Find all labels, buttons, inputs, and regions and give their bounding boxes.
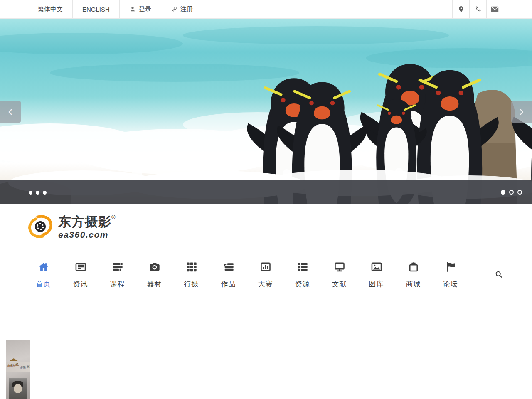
registered-mark: ® xyxy=(111,214,116,220)
key-icon xyxy=(171,6,177,12)
location-icon xyxy=(458,6,464,13)
image-icon xyxy=(371,261,382,274)
header: 东方摄影 ® ea360.com xyxy=(0,204,532,251)
home-icon xyxy=(37,261,50,274)
nav-item-news[interactable]: 资讯 xyxy=(62,261,99,289)
carousel-slide-image xyxy=(0,19,532,204)
shopping-bag-icon xyxy=(408,261,419,274)
bar-chart-icon xyxy=(260,261,271,274)
grid-icon xyxy=(186,261,197,274)
nav-item-gallery[interactable]: 图库 xyxy=(358,261,395,289)
site-logo[interactable]: 东方摄影 ® ea360.com xyxy=(27,214,116,240)
carousel-caption-bar xyxy=(0,180,532,204)
site-title: 东方摄影 xyxy=(58,215,111,228)
nav-label-mall: 商城 xyxy=(406,279,421,289)
location-button[interactable] xyxy=(452,0,469,18)
user-icon xyxy=(129,6,136,12)
phone-icon xyxy=(475,6,481,12)
topbar-links: 繁体中文 ENGLISH 登录 注册 xyxy=(28,0,202,18)
monitor-icon xyxy=(334,261,345,274)
logo-text: 东方摄影 ® ea360.com xyxy=(58,215,116,239)
phone-button[interactable] xyxy=(469,0,486,18)
news-icon xyxy=(75,261,86,274)
carousel-next-button[interactable]: › xyxy=(511,101,532,123)
nav-item-documents[interactable]: 文献 xyxy=(321,261,358,289)
playlist-icon xyxy=(223,261,234,274)
register-link[interactable]: 注册 xyxy=(161,0,202,18)
dot xyxy=(29,191,32,195)
lang-english-label: ENGLISH xyxy=(82,6,110,13)
chevron-left-icon: ‹ xyxy=(8,103,12,118)
page: 繁体中文 ENGLISH 登录 注册 xyxy=(0,0,532,399)
nav-label-travel: 器材 xyxy=(147,279,162,289)
nav-item-resources[interactable]: 资源 xyxy=(284,261,321,289)
carousel-indicator-3[interactable] xyxy=(517,190,522,195)
carousel-indicators xyxy=(501,190,522,195)
lang-traditional-chinese[interactable]: 繁体中文 xyxy=(28,0,72,18)
list-icon xyxy=(297,261,308,274)
email-icon xyxy=(491,6,499,12)
courses-icon xyxy=(112,261,123,274)
thumb-roof-graphic xyxy=(9,358,18,361)
hero-carousel: ‹ › xyxy=(0,19,532,204)
nav-item-travel-photo[interactable]: 行摄 xyxy=(173,261,210,289)
nav-label-news: 资讯 xyxy=(73,279,88,289)
lang-traditional-chinese-label: 繁体中文 xyxy=(38,5,63,13)
nav-item-contest[interactable]: 大赛 xyxy=(247,261,284,289)
nav-item-mall[interactable]: 商城 xyxy=(395,261,432,289)
logo-aperture-icon xyxy=(27,214,53,240)
dot xyxy=(36,191,39,195)
carousel-left-dots xyxy=(29,191,47,195)
nav-label-contest: 大赛 xyxy=(258,279,273,289)
topbar-contact-icons xyxy=(452,0,503,18)
nav-label-works: 作品 xyxy=(221,279,236,289)
lang-english[interactable]: ENGLISH xyxy=(72,0,119,18)
nav-label-travel-photo: 行摄 xyxy=(184,279,199,289)
carousel-prev-button[interactable]: ‹ xyxy=(0,101,21,123)
main-nav: 首页 资讯 课程 器材 xyxy=(0,251,532,296)
dot xyxy=(43,191,47,195)
nav-item-works[interactable]: 作品 xyxy=(210,261,247,289)
nav-label-forum: 论坛 xyxy=(443,279,458,289)
nav-item-home[interactable]: 首页 xyxy=(25,261,62,289)
flag-icon xyxy=(445,261,456,274)
thumb-portrait xyxy=(9,378,27,399)
nav-label-courses: 课程 xyxy=(110,279,125,289)
carousel-indicator-1[interactable] xyxy=(501,190,505,195)
register-label: 注册 xyxy=(180,5,193,13)
nav-label-documents: 文献 xyxy=(332,279,347,289)
nav-label-home: 首页 xyxy=(36,279,51,289)
camera-icon xyxy=(149,261,160,274)
carousel-indicator-2[interactable] xyxy=(509,190,514,195)
content-thumbnail[interactable]: 济南记忆 济南 典藏 xyxy=(6,340,30,399)
nav-item-courses[interactable]: 课程 xyxy=(99,261,136,289)
nav-label-resources: 资源 xyxy=(295,279,310,289)
nav-item-equipment[interactable]: 器材 xyxy=(136,261,173,289)
site-domain: ea360.com xyxy=(58,230,116,239)
topbar: 繁体中文 ENGLISH 登录 注册 xyxy=(0,0,532,19)
nav-item-forum[interactable]: 论坛 xyxy=(432,261,469,289)
email-button[interactable] xyxy=(486,0,503,18)
search-icon xyxy=(495,273,503,280)
nav-label-gallery: 图库 xyxy=(369,279,384,289)
search-button[interactable] xyxy=(491,268,506,283)
chevron-right-icon: › xyxy=(519,103,524,118)
login-label: 登录 xyxy=(139,5,151,13)
login-link[interactable]: 登录 xyxy=(119,0,161,18)
